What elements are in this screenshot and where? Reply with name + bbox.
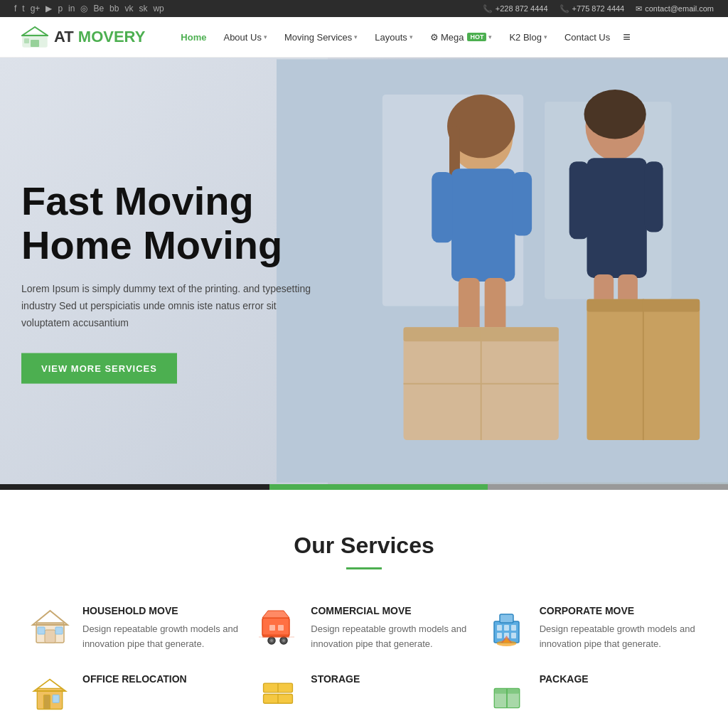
office-icon [28, 673, 71, 716]
behance-icon[interactable]: Be [93, 4, 104, 14]
commercial-info: COMMERCIAL MOVE Design repeatable growth… [311, 605, 471, 652]
email: ✉ contact@email.com [636, 4, 714, 14]
hero-title: Fast Moving Home Moving [21, 179, 320, 267]
svg-rect-48 [504, 625, 509, 631]
moving-chevron: ▾ [354, 33, 358, 41]
site-logo[interactable]: AT MOVERY [21, 26, 145, 48]
services-grid: HOUSEHOLD MOVE Design repeatable growth … [28, 605, 700, 652]
svg-rect-47 [497, 625, 502, 631]
site-header: AT MOVERY Home About Us ▾ Moving Service… [0, 17, 728, 58]
services-divider [346, 567, 382, 569]
svg-rect-52 [511, 633, 516, 638]
commercial-desc: Design repeatable growth models and inno… [311, 622, 471, 652]
household-desc: Design repeatable growth models and inno… [82, 622, 242, 652]
hamburger-icon[interactable]: ≡ [623, 30, 631, 45]
office-title: OFFICE RELOCATION [82, 673, 187, 685]
svg-marker-36 [262, 611, 289, 618]
household-info: HOUSEHOLD MOVE Design repeatable growth … [82, 605, 242, 652]
instagram-icon[interactable]: ◎ [80, 4, 87, 14]
package-info: PACKAGE [540, 673, 589, 690]
services-title: Our Services [28, 532, 700, 559]
services-section: Our Services HOUSEHOLD MOVE Design repea… [0, 490, 728, 728]
household-title: HOUSEHOLD MOVE [82, 605, 242, 616]
household-icon [28, 605, 71, 648]
progress-bar-light [488, 484, 728, 490]
svg-rect-32 [38, 627, 45, 634]
progress-bars [0, 484, 728, 490]
storage-title: STORAGE [311, 673, 360, 685]
svg-rect-3 [24, 38, 29, 43]
linkedin-icon[interactable]: in [68, 4, 75, 14]
svg-rect-50 [497, 633, 502, 638]
svg-rect-33 [55, 627, 63, 634]
svg-point-41 [270, 639, 273, 642]
corporate-desc: Design repeatable growth models and inno… [540, 622, 700, 652]
contact-info: 📞 +228 872 4444 📞 +775 872 4444 ✉ contac… [483, 4, 714, 14]
nav-moving-services[interactable]: Moving Services ▾ [277, 28, 365, 47]
vk-icon[interactable]: vk [124, 4, 133, 14]
nav-k2blog[interactable]: K2 Blog ▾ [502, 28, 555, 47]
svg-rect-38 [278, 625, 284, 631]
skype-icon[interactable]: sk [139, 4, 147, 14]
phone1: 📞 +228 872 4444 [483, 4, 548, 14]
logo-text: AT MOVERY [54, 28, 145, 46]
office-info: OFFICE RELOCATION [82, 673, 187, 690]
svg-rect-10 [451, 168, 515, 282]
service-storage: STORAGE [257, 673, 471, 716]
whatsapp-icon[interactable]: wp [153, 4, 164, 14]
pinterest-icon[interactable]: p [58, 4, 63, 14]
progress-bar-dark [0, 484, 269, 490]
svg-rect-2 [31, 40, 39, 47]
main-nav: Home About Us ▾ Moving Services ▾ Layout… [173, 28, 630, 47]
svg-rect-17 [587, 158, 647, 278]
social-icons[interactable]: f t g+ ▶ p in ◎ Be bb vk sk wp [14, 4, 164, 14]
youtube-icon[interactable]: ▶ [46, 4, 52, 14]
service-commercial: COMMERCIAL MOVE Design repeatable growth… [257, 605, 471, 652]
hero-description: Lorem Ipsum is simply dummy text of the … [21, 281, 320, 331]
service-office: OFFICE RELOCATION [28, 673, 242, 716]
svg-point-42 [282, 639, 285, 642]
googleplus-icon[interactable]: g+ [31, 4, 41, 14]
blog-chevron: ▾ [544, 33, 547, 41]
svg-rect-19 [645, 161, 663, 232]
svg-rect-59 [53, 695, 59, 702]
facebook-icon[interactable]: f [14, 4, 16, 14]
svg-rect-34 [36, 623, 64, 625]
svg-rect-18 [569, 161, 589, 239]
services-bottom-row: OFFICE RELOCATION STORAGE [28, 673, 700, 716]
logo-icon [21, 26, 48, 48]
service-corporate: CORPORATE MOVE Design repeatable growth … [486, 605, 700, 652]
svg-point-16 [584, 90, 646, 139]
mega-chevron: ▾ [488, 33, 492, 41]
storage-info: STORAGE [311, 673, 360, 690]
nav-layouts[interactable]: Layouts ▾ [368, 28, 420, 47]
nav-about[interactable]: About Us ▾ [216, 28, 274, 47]
package-icon [486, 673, 528, 716]
svg-rect-58 [43, 695, 50, 709]
hero-section: Fast Moving Home Moving Lorem Ipsum is s… [0, 58, 728, 484]
blackberry-icon[interactable]: bb [109, 4, 119, 14]
layouts-chevron: ▾ [410, 33, 413, 41]
progress-bar-green [269, 484, 488, 490]
commercial-icon [257, 605, 299, 648]
nav-contact[interactable]: Contact Us [557, 28, 617, 47]
corporate-info: CORPORATE MOVE Design repeatable growth … [540, 605, 700, 652]
mega-badge: HOT [467, 33, 486, 41]
about-chevron: ▾ [264, 33, 267, 41]
nav-home[interactable]: Home [173, 28, 213, 47]
phone2: 📞 +775 872 4444 [560, 4, 625, 14]
service-package: PACKAGE [486, 673, 700, 716]
svg-rect-11 [432, 172, 453, 242]
view-more-services-button[interactable]: VIEW MORE SERVICES [21, 353, 177, 383]
service-household: HOUSEHOLD MOVE Design repeatable growth … [28, 605, 242, 652]
top-bar: f t g+ ▶ p in ◎ Be bb vk sk wp 📞 +228 87… [0, 0, 728, 17]
corporate-title: CORPORATE MOVE [540, 605, 700, 616]
commercial-title: COMMERCIAL MOVE [311, 605, 471, 616]
twitter-icon[interactable]: t [22, 4, 24, 14]
nav-mega[interactable]: ⚙ Mega HOT ▾ [423, 28, 500, 47]
svg-rect-35 [262, 618, 289, 636]
svg-rect-49 [511, 625, 516, 631]
svg-rect-12 [512, 172, 532, 235]
package-title: PACKAGE [540, 673, 589, 685]
svg-rect-31 [45, 630, 55, 643]
